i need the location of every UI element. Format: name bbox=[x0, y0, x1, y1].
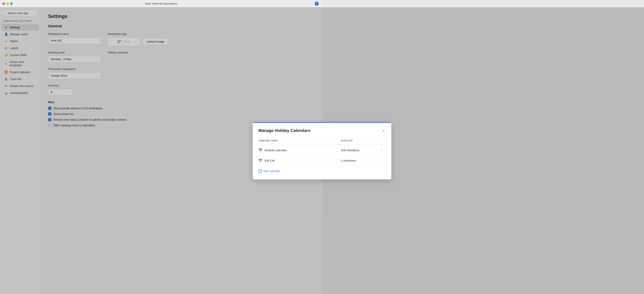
table-header: Calendar name Active for bbox=[258, 137, 322, 144]
modal-header: Manage Holiday Calendars × bbox=[253, 122, 322, 137]
help-button[interactable]: ? bbox=[315, 2, 319, 6]
calendar-icon-blue: 📅 bbox=[258, 148, 262, 152]
calendar-name-default: 📅 Default calendar bbox=[258, 148, 322, 152]
add-calendar-button[interactable]: + Add calendar bbox=[258, 169, 280, 173]
calendar-name-em-cal: 📅 EM Cal bbox=[258, 158, 322, 162]
maximize-button[interactable] bbox=[10, 2, 13, 5]
window-title: Hive: Home for busy teams bbox=[145, 2, 177, 5]
table-header-calendar-name: Calendar name bbox=[258, 139, 322, 142]
calendar-name-label-default: Default calendar bbox=[264, 148, 287, 152]
table-row: 📅 EM Cal 1 members ⋮ bbox=[258, 156, 322, 166]
table-row: 📅 Default calendar 106 members ⋮ bbox=[258, 145, 322, 156]
modal-overlay[interactable]: Manage Holiday Calendars × Calendar name… bbox=[0, 7, 322, 294]
minimize-button[interactable] bbox=[6, 2, 9, 5]
add-calendar-icon: + bbox=[258, 169, 262, 173]
modal-title: Manage Holiday Calendars bbox=[258, 128, 310, 133]
calendar-table: Calendar name Active for 📅 Default calen… bbox=[258, 137, 322, 174]
traffic-lights bbox=[2, 2, 13, 5]
manage-holiday-calendars-modal: Manage Holiday Calendars × Calendar name… bbox=[253, 122, 322, 180]
modal-body: Calendar name Active for 📅 Default calen… bbox=[253, 137, 322, 180]
close-button[interactable] bbox=[2, 2, 5, 5]
title-bar: Hive: Home for busy teams ? bbox=[0, 0, 322, 7]
calendar-name-label-em-cal: EM Cal bbox=[264, 159, 274, 162]
add-calendar-label: Add calendar bbox=[263, 170, 280, 173]
calendar-icon-yellow: 📅 bbox=[258, 158, 262, 162]
add-calendar-row: + Add calendar bbox=[258, 166, 322, 174]
